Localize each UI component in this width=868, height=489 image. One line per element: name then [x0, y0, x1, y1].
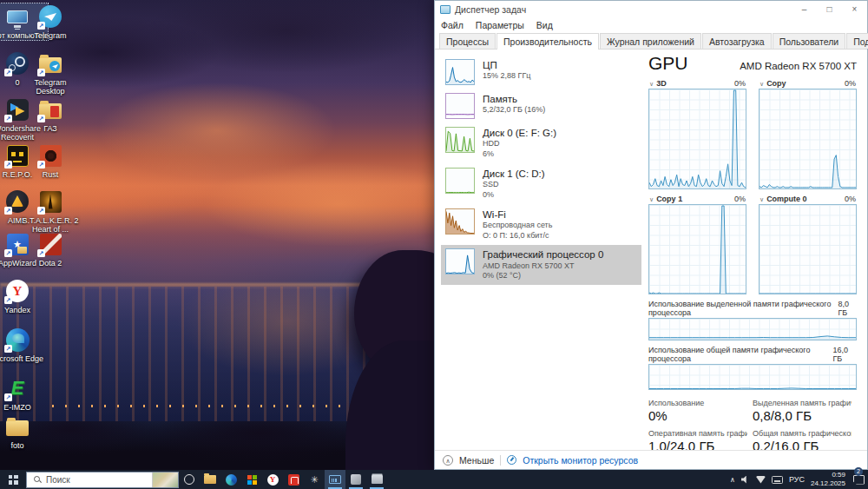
sidebar-item-detail: Беспроводная сеть	[483, 221, 552, 231]
sidebar-item-detail2: 6%	[483, 149, 556, 160]
sidebar-item-gpu-0[interactable]: Графический процессор 0 AMD Radeon RX 57…	[441, 245, 641, 285]
menu-view[interactable]: Вид	[536, 20, 553, 30]
menu-bar: Файл Параметры Вид	[435, 18, 867, 32]
desktop-icon-label: E-IMZO	[3, 403, 31, 412]
desktop-icon-telegram[interactable]: ↗ Telegram	[20, 3, 81, 40]
taskbar-cortana-button[interactable]	[179, 470, 200, 489]
desktop-icon-label: Telegram Desktop	[20, 78, 81, 96]
shared-mem-chart-max: 16,0 ГБ	[833, 346, 858, 363]
desktop-icon-microsoft-edge[interactable]: ↗ Microsoft Edge	[0, 327, 48, 363]
start-button[interactable]	[0, 470, 26, 489]
edge-icon	[226, 474, 237, 486]
fewer-details-button[interactable]: Меньше	[459, 455, 494, 466]
resource-monitor-icon	[507, 455, 516, 465]
taskbar-yandex-browser-button[interactable]: Y	[262, 470, 283, 489]
tab-startup[interactable]: Автозагрузка	[702, 33, 772, 49]
search-icon	[34, 476, 41, 483]
task-manager-window: Диспетчер задач – □ × Файл Параметры Вид…	[434, 0, 868, 470]
taskbar-task-manager-button[interactable]	[325, 470, 345, 489]
chevron-down-icon[interactable]: ∨	[760, 196, 764, 202]
desktop-icon-label: Rust	[43, 170, 59, 179]
tab-performance[interactable]: Производительность	[496, 33, 599, 50]
sidebar-item-cpu[interactable]: ЦП 15% 2,88 ГГц	[441, 56, 641, 89]
chevron-down-icon[interactable]: ∨	[649, 196, 654, 202]
gpu-thumbnail-chart	[445, 248, 475, 274]
sidebar-item-detail: AMD Radeon RX 5700 XT	[483, 261, 603, 272]
gpu-device-name: AMD Radeon RX 5700 XT	[740, 61, 857, 71]
tab-app-history[interactable]: Журнал приложений	[600, 33, 701, 49]
menu-file[interactable]: Файл	[441, 20, 464, 30]
sidebar-item-detail2: 0%	[483, 190, 545, 201]
stalker-2-icon: ↗	[37, 188, 63, 215]
taskbar-clock[interactable]: 0:59 24.12.2025	[811, 471, 845, 488]
desktop-icon-yandex[interactable]: Y↗ Yandex	[0, 278, 48, 314]
sidebar-item-disk-0[interactable]: Диск 0 (E: F: G:) HDD 6%	[441, 123, 641, 163]
tab-details[interactable]: Подробности	[846, 33, 868, 49]
desktop-icon-foto[interactable]: foto	[0, 413, 48, 450]
hidden-icons-chevron[interactable]: ∧	[730, 476, 735, 484]
gpu-chart-name: Copy 1	[656, 195, 682, 203]
taskbar-file-explorer-button[interactable]	[200, 470, 220, 489]
desktop-icon-rust[interactable]: ↗ Rust	[20, 142, 81, 179]
maximize-button[interactable]: □	[817, 1, 842, 18]
gpu-detail-panel: GPU AMD Radeon RX 5700 XT ∨3D0% ∨Copy0% …	[641, 50, 867, 450]
file-explorer-icon	[204, 475, 216, 484]
gpu-compute0-chart	[759, 204, 857, 294]
desktop-icon-gaz[interactable]: ↗ ГАЗ	[20, 96, 81, 133]
minimize-button[interactable]: –	[792, 1, 817, 18]
desktop-icon-telegram-desktop[interactable]: ↗ Telegram Desktop	[20, 50, 81, 96]
open-resource-monitor-link[interactable]: Открыть монитор ресурсов	[523, 455, 638, 466]
desktop-icon-label: Microsoft Edge	[0, 354, 43, 363]
language-indicator[interactable]: РУС	[789, 475, 805, 484]
sidebar-item-detail: 15% 2,88 ГГц	[483, 71, 530, 82]
sidebar-item-disk-1[interactable]: Диск 1 (C: D:) SSD 0%	[441, 164, 641, 204]
sidebar-item-title: Диск 1 (C: D:)	[483, 168, 545, 180]
search-news-thumbnail[interactable]	[152, 472, 178, 487]
tab-users[interactable]: Пользователи	[773, 33, 846, 49]
running-app-icon	[351, 474, 361, 485]
sidebar-item-wifi[interactable]: Wi-Fi Беспроводная сеть О: 0 П: 16,0 кби…	[441, 205, 641, 245]
gpu-chart-value: 0%	[845, 195, 856, 203]
window-title: Диспетчер задач	[455, 4, 792, 15]
desktop-icon-e-imzo[interactable]: E↗ E-IMZO	[0, 375, 48, 412]
wifi-thumbnail-chart	[445, 208, 475, 235]
collapse-circle-icon[interactable]: ∧	[443, 455, 453, 466]
sidebar-item-title: ЦП	[483, 59, 530, 71]
chevron-down-icon[interactable]: ∨	[649, 81, 654, 87]
taskbar-settings-button[interactable]: ✳	[304, 470, 325, 489]
touch-keyboard-icon[interactable]	[772, 476, 783, 484]
title-bar[interactable]: Диспетчер задач – □ ×	[435, 1, 867, 18]
taskbar-search-box[interactable]: Поиск	[26, 472, 179, 488]
shortcut-arrow-icon: ↗	[4, 393, 12, 401]
tab-processes[interactable]: Процессы	[439, 33, 496, 49]
taskbar-running-app-2[interactable]	[366, 470, 387, 489]
yandex-browser-icon: Y	[267, 474, 279, 486]
taskbar-edge-button[interactable]	[220, 470, 241, 489]
close-button[interactable]: ×	[842, 1, 867, 18]
gpu-chart-value: 0%	[734, 79, 746, 88]
chevron-down-icon[interactable]: ∨	[760, 81, 764, 87]
stat-value-gpu-ram: 1,0/24,0 ГБ	[648, 439, 747, 450]
gpu-chart-name: Copy	[766, 79, 786, 88]
search-placeholder: Поиск	[46, 475, 152, 485]
shortcut-arrow-icon: ↗	[37, 69, 45, 76]
shortcut-arrow-icon: ↗	[37, 115, 45, 122]
tab-bar: Процессы Производительность Журнал прило…	[435, 32, 867, 50]
shortcut-arrow-icon: ↗	[37, 207, 45, 215]
taskbar-red-app-button[interactable]	[283, 470, 304, 489]
menu-options[interactable]: Параметры	[476, 20, 524, 30]
action-center-button[interactable]: 2	[852, 475, 865, 485]
yandex-icon: Y↗	[4, 278, 30, 304]
desktop-icon-dota-2[interactable]: ↗ Dota 2	[20, 231, 81, 268]
volume-icon[interactable]	[741, 476, 750, 484]
network-icon[interactable]	[756, 476, 766, 484]
shortcut-arrow-icon: ↗	[4, 115, 12, 122]
performance-sidebar: ЦП 15% 2,88 ГГц Память 5,2/32,0 ГБ (16%)	[435, 50, 641, 450]
shortcut-arrow-icon: ↗	[37, 22, 45, 30]
task-manager-footer: ∧ Меньше Открыть монитор ресурсов	[435, 450, 867, 469]
desktop-icon-stalker-2[interactable]: ↗ S.T.A.L.K.E.R. 2 Heart of ...	[20, 188, 81, 235]
taskbar-running-app-1[interactable]	[345, 470, 366, 489]
taskbar-store-button[interactable]	[241, 470, 262, 489]
sidebar-item-memory[interactable]: Память 5,2/32,0 ГБ (16%)	[441, 89, 641, 122]
shortcut-arrow-icon: ↗	[4, 249, 12, 257]
